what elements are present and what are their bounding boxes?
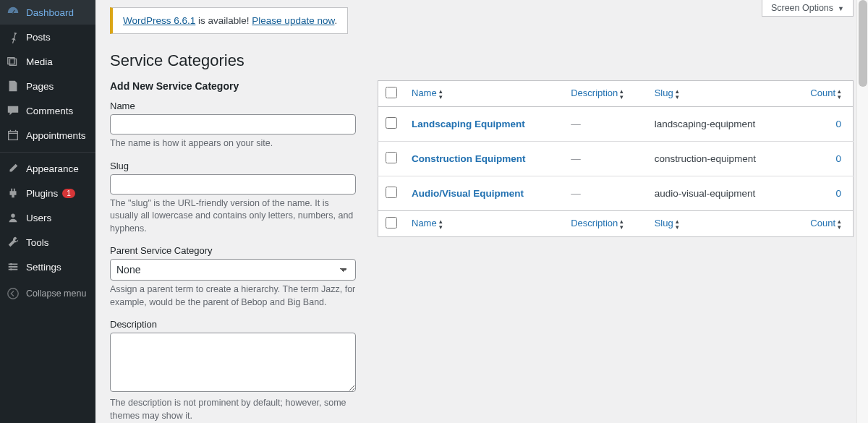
- row-description: —: [571, 188, 581, 199]
- sidebar-item-pages[interactable]: Pages: [0, 74, 95, 98]
- parent-select[interactable]: None: [110, 259, 356, 281]
- update-notice: WordPress 6.6.1 is available! Please upd…: [110, 7, 348, 34]
- sidebar-item-users[interactable]: Users: [0, 205, 95, 230]
- sidebar-item-appearance[interactable]: Appearance: [0, 152, 95, 181]
- sidebar-item-label: Comments: [26, 106, 73, 116]
- name-label: Name: [110, 101, 356, 111]
- sort-icon: ▴▾: [620, 88, 624, 100]
- svg-point-0: [11, 214, 14, 218]
- dashboard-icon: [6, 5, 20, 20]
- sidebar-item-label: Appearance: [26, 163, 79, 174]
- select-all-header[interactable]: [378, 81, 405, 107]
- table-column: Name▴▾ Description▴▾ Slug▴▾ Count▴▾ Land…: [378, 80, 854, 423]
- categories-table: Name▴▾ Description▴▾ Slug▴▾ Count▴▾ Land…: [378, 80, 854, 237]
- parent-label: Parent Service Category: [110, 245, 356, 256]
- col-slug[interactable]: Slug▴▾: [647, 81, 791, 107]
- screen-options-toggle[interactable]: Screen Options▼: [762, 0, 854, 17]
- svg-point-4: [8, 289, 18, 299]
- form-heading: Add New Service Category: [110, 80, 356, 92]
- sidebar-item-label: Plugins: [26, 188, 58, 199]
- admin-sidebar: DashboardPostsMediaPagesCommentsAppointm…: [0, 0, 95, 423]
- settings-icon: [6, 260, 20, 274]
- svg-point-1: [10, 263, 12, 265]
- sort-icon: ▴▾: [439, 88, 443, 100]
- update-now-link[interactable]: Please update now: [252, 15, 334, 26]
- row-slug: landscaping-equipment: [655, 119, 756, 129]
- pin-icon: [6, 30, 20, 44]
- col-name[interactable]: Name▴▾: [404, 211, 563, 237]
- sort-icon: ▴▾: [676, 88, 679, 100]
- sidebar-item-plugins[interactable]: Plugins1: [0, 181, 95, 205]
- sort-icon: ▴▾: [838, 218, 841, 230]
- col-name[interactable]: Name▴▾: [404, 81, 563, 107]
- sidebar-item-comments[interactable]: Comments: [0, 98, 95, 123]
- chevron-down-icon: ▼: [838, 5, 844, 12]
- sidebar-item-label: Media: [26, 56, 53, 67]
- svg-point-2: [14, 266, 16, 268]
- slug-label: Slug: [110, 161, 356, 171]
- sidebar-item-dashboard[interactable]: Dashboard: [0, 0, 95, 25]
- row-checkbox[interactable]: [386, 117, 397, 129]
- slug-input[interactable]: [110, 174, 356, 195]
- col-count[interactable]: Count▴▾: [791, 211, 854, 237]
- select-all-checkbox[interactable]: [386, 217, 397, 228]
- col-description[interactable]: Description▴▾: [563, 81, 647, 107]
- main-content: Screen Options▼ WordPress 6.6.1 is avail…: [95, 0, 868, 423]
- sort-icon: ▴▾: [676, 218, 679, 230]
- appearance-icon: [6, 161, 20, 176]
- select-all-checkbox[interactable]: [386, 87, 397, 98]
- description-label: Description: [110, 319, 356, 330]
- col-count[interactable]: Count▴▾: [791, 81, 854, 107]
- pages-icon: [6, 79, 20, 93]
- table-row: Construction Equipment—construction-equi…: [378, 142, 854, 176]
- sidebar-item-settings[interactable]: Settings: [0, 255, 95, 279]
- add-form-column: Add New Service Category Name The name i…: [110, 80, 356, 423]
- collapse-icon: [6, 286, 20, 301]
- row-checkbox[interactable]: [386, 152, 397, 163]
- sidebar-item-tools[interactable]: Tools: [0, 230, 95, 255]
- name-input[interactable]: [110, 114, 356, 134]
- parent-desc: Assign a parent term to create a hierarc…: [110, 283, 356, 309]
- update-version-link[interactable]: WordPress 6.6.1: [123, 15, 195, 26]
- scrollbar[interactable]: [856, 0, 868, 423]
- update-text: is available!: [195, 15, 252, 26]
- update-badge: 1: [62, 189, 75, 198]
- collapse-menu[interactable]: Collapse menu: [0, 279, 95, 306]
- col-description[interactable]: Description▴▾: [563, 211, 647, 237]
- sidebar-item-label: Tools: [26, 237, 49, 248]
- col-slug[interactable]: Slug▴▾: [647, 211, 791, 237]
- sidebar-item-posts[interactable]: Posts: [0, 25, 95, 49]
- row-description: —: [571, 119, 581, 129]
- row-description: —: [571, 153, 581, 164]
- sidebar-item-label: Dashboard: [26, 7, 74, 18]
- row-name-link[interactable]: Audio/Visual Equipment: [412, 188, 524, 199]
- sidebar-item-label: Settings: [26, 262, 61, 273]
- row-count[interactable]: 0: [835, 119, 841, 129]
- table-row: Audio/Visual Equipment—audio-visual-equi…: [378, 176, 854, 211]
- sidebar-item-media[interactable]: Media: [0, 49, 95, 74]
- description-textarea[interactable]: [110, 333, 356, 392]
- screen-options-label: Screen Options: [771, 3, 833, 13]
- tools-icon: [6, 235, 20, 249]
- sort-icon: ▴▾: [439, 218, 443, 230]
- select-all-footer[interactable]: [378, 211, 405, 237]
- sidebar-item-appointments[interactable]: Appointments: [0, 123, 95, 148]
- row-count[interactable]: 0: [835, 188, 841, 199]
- sidebar-item-label: Appointments: [26, 130, 86, 141]
- row-name-link[interactable]: Construction Equipment: [412, 153, 526, 164]
- row-name-link[interactable]: Landscaping Equipment: [412, 119, 525, 129]
- table-row: Landscaping Equipment—landscaping-equipm…: [378, 107, 854, 142]
- collapse-label: Collapse menu: [26, 289, 86, 299]
- row-count[interactable]: 0: [835, 153, 841, 164]
- sort-icon: ▴▾: [620, 218, 624, 230]
- svg-point-3: [10, 268, 12, 270]
- row-checkbox[interactable]: [386, 187, 397, 198]
- scrollbar-thumb[interactable]: [859, 0, 867, 87]
- sort-icon: ▴▾: [838, 88, 841, 100]
- row-slug: audio-visual-equipment: [655, 188, 756, 199]
- comments-icon: [6, 103, 20, 118]
- sidebar-item-label: Users: [26, 213, 51, 223]
- page-title: Service Categories: [110, 51, 854, 70]
- description-desc: The description is not prominent by defa…: [110, 397, 356, 422]
- sidebar-item-label: Pages: [26, 81, 54, 92]
